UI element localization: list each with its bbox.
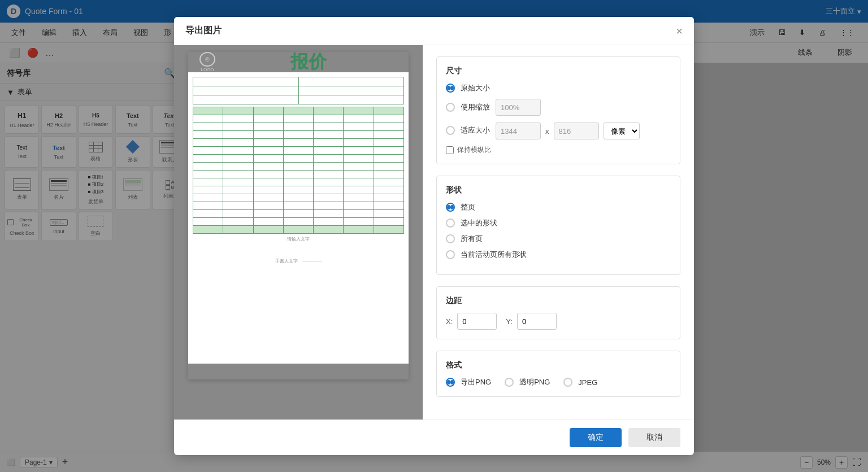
- shape-allpages-row: 所有页: [446, 234, 671, 244]
- size-section: 尺寸 原始大小 使用缩放: [436, 56, 680, 164]
- shape-fullpage-row: 整页: [446, 202, 671, 212]
- doc-info-table: [193, 77, 404, 104]
- size-unit-select[interactable]: 像素 厘米 英寸: [604, 123, 640, 139]
- size-inputs: x 像素 厘米 英寸: [496, 123, 640, 139]
- shape-activepage-radio[interactable]: [446, 250, 455, 259]
- format-png-label: 导出PNG: [461, 377, 491, 387]
- size-original-radio[interactable]: [446, 84, 455, 93]
- margin-row: X: Y:: [446, 313, 671, 330]
- shape-section: 形状 整页 选中的形状 所有页: [436, 176, 680, 275]
- shape-fullpage-label: 整页: [461, 202, 475, 212]
- format-png-radio[interactable]: [446, 378, 455, 387]
- margin-x-input[interactable]: [457, 313, 497, 330]
- doc-title-text: 报价: [218, 50, 400, 75]
- format-section: 格式 导出PNG 透明PNG: [436, 351, 680, 397]
- margin-y-input[interactable]: [517, 313, 557, 330]
- modal-settings: 尺寸 原始大小 使用缩放: [423, 45, 694, 419]
- size-height-input[interactable]: [554, 123, 599, 139]
- format-transpng-label: 透明PNG: [519, 377, 550, 387]
- doc-footer-input-text: 请输入文字: [193, 234, 404, 244]
- export-modal: 导出图片 × ® LOGO 报价: [174, 17, 694, 455]
- modal-close-button[interactable]: ×: [676, 25, 683, 37]
- doc-footer-sign-text: 手書人文字 ──────: [193, 256, 404, 266]
- format-section-title: 格式: [446, 360, 671, 370]
- format-jpeg-radio[interactable]: [563, 378, 572, 387]
- format-jpeg-label: JPEG: [578, 378, 597, 387]
- shape-selected-radio[interactable]: [446, 218, 455, 228]
- doc-header-bar: ® LOGO 报价: [188, 52, 409, 72]
- modal-title: 导出图片: [185, 25, 676, 37]
- margin-y-field: Y:: [506, 313, 557, 330]
- cancel-button[interactable]: 取消: [628, 428, 680, 447]
- margin-x-label: X:: [446, 317, 453, 326]
- margin-y-label: Y:: [506, 317, 513, 326]
- doc-logo: ® LOGO: [197, 52, 218, 72]
- doc-preview: ® LOGO 报价: [188, 52, 409, 379]
- doc-main-table: [193, 107, 404, 234]
- doc-logo-text: LOGO: [201, 67, 214, 72]
- shape-section-title: 形状: [446, 185, 671, 195]
- format-transpng-row: 透明PNG: [505, 377, 550, 387]
- shape-selected-label: 选中的形状: [461, 218, 497, 228]
- size-scale-row: 使用缩放: [446, 99, 671, 116]
- keep-ratio-row: 保持横纵比: [446, 145, 671, 155]
- size-original-label: 原始大小: [461, 83, 490, 93]
- size-scale-input[interactable]: [496, 99, 541, 116]
- modal-header: 导出图片 ×: [174, 17, 694, 45]
- size-x-separator: x: [545, 127, 549, 136]
- modal-body: ® LOGO 报价: [174, 45, 694, 419]
- shape-activepage-row: 当前活动页所有形状: [446, 250, 671, 260]
- doc-logo-circle: ®: [199, 52, 215, 67]
- format-transpng-radio[interactable]: [505, 378, 514, 387]
- size-original-row: 原始大小: [446, 83, 671, 93]
- size-width-input[interactable]: [496, 123, 541, 139]
- margin-section: 边距 X: Y:: [436, 286, 680, 339]
- format-jpeg-row: JPEG: [563, 378, 597, 387]
- margin-section-title: 边距: [446, 296, 671, 306]
- shape-allpages-radio[interactable]: [446, 234, 455, 243]
- doc-content: 请输入文字 手書人文字 ──────: [188, 72, 409, 364]
- format-row: 导出PNG 透明PNG JPEG: [446, 377, 671, 387]
- size-fit-label: 适应大小: [461, 125, 490, 136]
- keep-ratio-checkbox[interactable]: [446, 146, 454, 154]
- shape-allpages-label: 所有页: [461, 234, 483, 244]
- shape-fullpage-radio[interactable]: [446, 203, 455, 212]
- keep-ratio-label: 保持横纵比: [457, 145, 491, 155]
- size-scale-label: 使用缩放: [461, 102, 490, 112]
- confirm-button[interactable]: 确定: [570, 428, 622, 447]
- shape-activepage-label: 当前活动页所有形状: [461, 250, 527, 260]
- modal-preview: ® LOGO 报价: [174, 45, 423, 419]
- margin-x-field: X:: [446, 313, 497, 330]
- size-scale-radio[interactable]: [446, 103, 455, 112]
- modal-overlay: 导出图片 × ® LOGO 报价: [0, 0, 868, 472]
- format-png-row: 导出PNG: [446, 377, 491, 387]
- doc-footer-bar: [188, 364, 409, 379]
- size-fit-row: 适应大小 x 像素 厘米 英寸: [446, 121, 671, 139]
- size-section-title: 尺寸: [446, 66, 671, 76]
- modal-footer: 确定 取消: [174, 419, 694, 455]
- size-fit-radio[interactable]: [446, 126, 455, 135]
- shape-selected-row: 选中的形状: [446, 218, 671, 228]
